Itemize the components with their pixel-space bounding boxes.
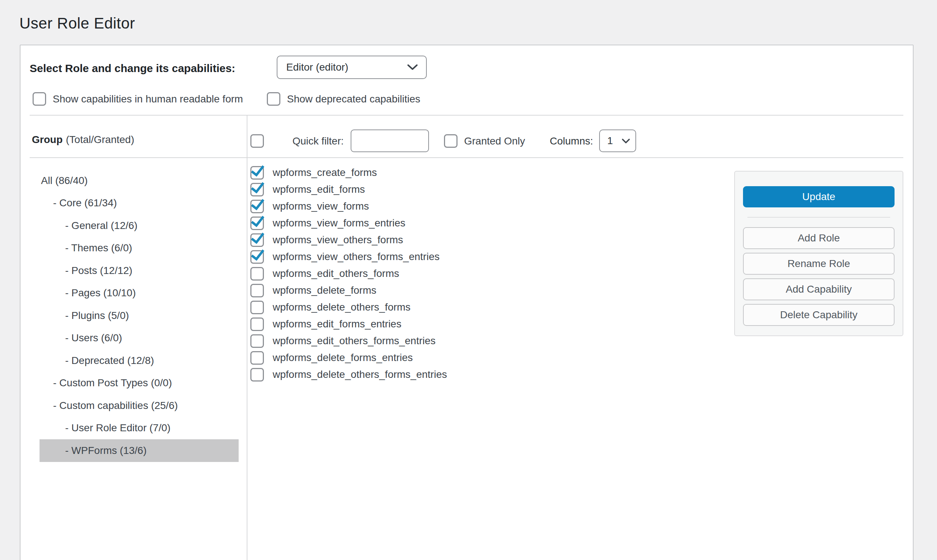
- capability-checkbox[interactable]: [250, 183, 264, 197]
- capability-label: wpforms_delete_others_forms_entries: [273, 369, 447, 380]
- capability-row: wpforms_view_forms_entries: [250, 215, 447, 232]
- capability-row: wpforms_create_forms: [250, 164, 447, 181]
- group-item-themes[interactable]: - Themes (6/0): [40, 237, 239, 260]
- role-select-value: Editor (editor): [286, 62, 348, 73]
- update-button[interactable]: Update: [743, 186, 895, 208]
- divider: [30, 115, 903, 115]
- capability-row: wpforms_edit_forms: [250, 181, 447, 198]
- deprecated-checkbox[interactable]: [267, 92, 280, 106]
- divider: [30, 157, 903, 158]
- columns-select-value: 1: [607, 135, 613, 147]
- group-item-core[interactable]: - Core (61/34): [40, 192, 239, 215]
- capability-checkbox[interactable]: [250, 351, 264, 365]
- capability-row: wpforms_delete_others_forms_entries: [250, 366, 447, 383]
- human-readable-checkbox[interactable]: [32, 92, 46, 106]
- capability-label: wpforms_delete_forms: [273, 285, 376, 296]
- group-item-plugins[interactable]: - Plugins (5/0): [40, 304, 239, 327]
- capability-label: wpforms_delete_forms_entries: [273, 352, 413, 363]
- page-title: User Role Editor: [19, 15, 135, 32]
- capability-checkbox[interactable]: [250, 233, 264, 247]
- group-item-custom-post-types[interactable]: - Custom Post Types (0/0): [40, 372, 239, 395]
- capability-checkbox[interactable]: [250, 217, 264, 230]
- group-item-user-role-editor[interactable]: - User Role Editor (7/0): [40, 417, 239, 440]
- capability-checkbox[interactable]: [250, 166, 264, 180]
- capability-row: wpforms_edit_forms_entries: [250, 316, 447, 332]
- capability-checkbox[interactable]: [250, 267, 264, 280]
- granted-only-label: Granted Only: [464, 134, 525, 148]
- option-human-readable: Show capabilities in human readable form: [32, 92, 243, 106]
- actions-panel: Update Add Role Rename Role Add Capabili…: [734, 171, 903, 336]
- capability-row: wpforms_view_others_forms_entries: [250, 248, 447, 265]
- capability-label: wpforms_view_forms_entries: [273, 217, 405, 229]
- capability-label: wpforms_view_others_forms_entries: [273, 251, 439, 263]
- capability-row: wpforms_view_others_forms: [250, 232, 447, 248]
- select-role-label: Select Role and change its capabilities:: [30, 62, 235, 75]
- rename-role-button[interactable]: Rename Role: [743, 253, 895, 275]
- capability-row: wpforms_view_forms: [250, 198, 447, 215]
- granted-only-checkbox[interactable]: [444, 134, 458, 148]
- capability-label: wpforms_delete_others_forms: [273, 302, 411, 313]
- capability-label: wpforms_create_forms: [273, 167, 377, 178]
- capability-label: wpforms_edit_others_forms_entries: [273, 335, 436, 347]
- delete-capability-button[interactable]: Delete Capability: [743, 304, 895, 326]
- group-column-header: Group (Total/Granted): [32, 133, 134, 147]
- option-deprecated: Show deprecated capabilities: [267, 92, 420, 106]
- group-header-bold: Group: [32, 134, 63, 146]
- capability-label: wpforms_edit_forms_entries: [273, 318, 402, 330]
- group-item-general[interactable]: - General (12/6): [40, 214, 239, 237]
- capability-checkbox[interactable]: [250, 368, 264, 382]
- capability-checkbox[interactable]: [250, 317, 264, 331]
- group-item-posts[interactable]: - Posts (12/12): [40, 259, 239, 282]
- group-item-users[interactable]: - Users (6/0): [40, 327, 239, 350]
- deprecated-label: Show deprecated capabilities: [287, 93, 420, 105]
- group-header-rest: (Total/Granted): [66, 134, 134, 146]
- group-item-all[interactable]: All (86/40): [40, 169, 239, 192]
- quick-filter-label: Quick filter:: [293, 134, 344, 148]
- human-readable-label: Show capabilities in human readable form: [53, 93, 243, 105]
- add-role-button[interactable]: Add Role: [743, 227, 895, 249]
- capability-checkbox[interactable]: [250, 200, 264, 213]
- capability-checkbox[interactable]: [250, 334, 264, 348]
- capability-checkbox[interactable]: [250, 301, 264, 314]
- capability-row: wpforms_delete_others_forms: [250, 299, 447, 316]
- group-item-pages[interactable]: - Pages (10/10): [40, 282, 239, 305]
- chevron-down-icon: [407, 64, 418, 71]
- groups-tree: All (86/40) - Core (61/34) - General (12…: [20, 169, 246, 462]
- select-all-checkbox[interactable]: [250, 134, 264, 148]
- chevron-down-icon: [621, 138, 630, 144]
- capability-checkbox[interactable]: [250, 284, 264, 297]
- capability-row: wpforms_delete_forms_entries: [250, 349, 447, 366]
- column-divider: [247, 115, 247, 560]
- add-capability-button[interactable]: Add Capability: [743, 278, 895, 300]
- capability-label: wpforms_edit_others_forms: [273, 268, 399, 280]
- group-item-custom-capabilities[interactable]: - Custom capabilities (25/6): [40, 394, 239, 417]
- columns-select[interactable]: 1: [599, 129, 636, 152]
- group-item-wpforms[interactable]: - WPForms (13/6): [40, 439, 239, 462]
- quick-filter-input[interactable]: [351, 129, 429, 152]
- user-role-editor-panel: Select Role and change its capabilities:…: [20, 45, 914, 560]
- role-select[interactable]: Editor (editor): [277, 55, 427, 79]
- divider: [747, 217, 890, 218]
- capability-label: wpforms_edit_forms: [273, 184, 365, 195]
- columns-label: Columns:: [550, 134, 593, 148]
- capability-label: wpforms_view_forms: [273, 200, 369, 212]
- capability-row: wpforms_edit_others_forms: [250, 265, 447, 282]
- capability-label: wpforms_view_others_forms: [273, 234, 403, 246]
- capability-row: wpforms_delete_forms: [250, 282, 447, 299]
- capabilities-list: wpforms_create_forms wpforms_edit_forms …: [250, 164, 447, 383]
- capability-checkbox[interactable]: [250, 250, 264, 264]
- group-item-deprecated[interactable]: - Deprecated (12/8): [40, 349, 239, 372]
- capability-row: wpforms_edit_others_forms_entries: [250, 332, 447, 349]
